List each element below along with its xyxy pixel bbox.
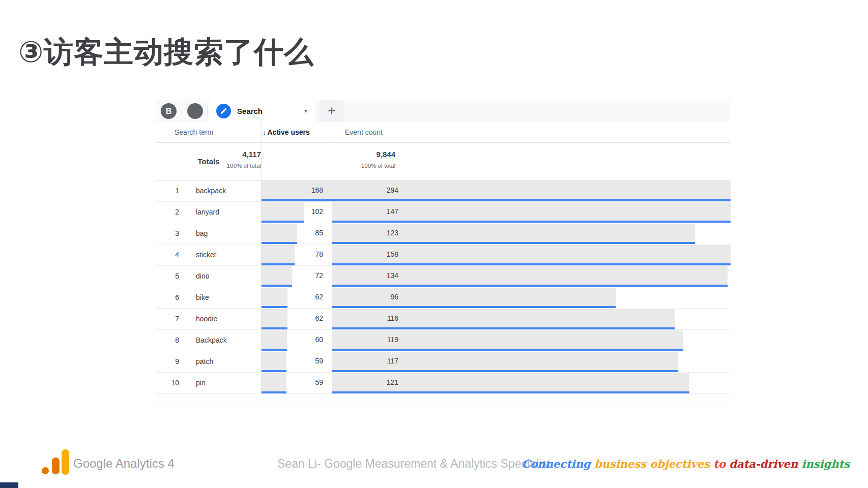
column-header-search-term[interactable]: Search term — [175, 122, 213, 142]
active-users-bar — [262, 202, 304, 221]
tagline-segment: business objectives — [594, 458, 713, 470]
logo-dot — [42, 467, 49, 474]
row-rank: 2 — [156, 202, 179, 223]
active-users-cell: 85 — [261, 223, 332, 244]
active-users-cell: 62 — [261, 309, 332, 329]
brand-text: Google Analytics 4 — [73, 456, 175, 471]
active-users-value: 102 — [311, 202, 323, 221]
chevron-down-icon[interactable]: ▾ — [304, 100, 307, 122]
event-count-cell: 96 — [332, 287, 731, 308]
event-count-cell: 119 — [332, 330, 731, 351]
active-users-cell: 72 — [261, 266, 332, 287]
tab-separator — [183, 105, 183, 117]
active-users-bar — [262, 266, 292, 285]
tab-b-button[interactable]: B — [161, 103, 177, 119]
event-count-value: 134 — [332, 266, 398, 285]
table-row[interactable]: 1backpack168294 — [156, 180, 730, 202]
row-rank: 6 — [156, 287, 179, 308]
event-count-value: 96 — [332, 287, 398, 307]
column-header-active-users[interactable]: ↓Active users — [263, 122, 310, 143]
active-users-bar — [262, 309, 287, 327]
active-users-cell: 168 — [261, 180, 332, 201]
row-term: Backpack — [196, 330, 227, 351]
plus-icon: + — [328, 103, 336, 119]
tagline-segment: insights — [801, 458, 850, 470]
active-users-value: 85 — [315, 223, 323, 242]
corner-accent — [0, 482, 18, 488]
table-row[interactable]: 8Backpack60119 — [156, 330, 730, 351]
row-term: pin — [196, 373, 206, 393]
row-rank: 10 — [156, 373, 179, 393]
event-count-cell: 121 — [332, 373, 731, 393]
event-count-value: 117 — [332, 351, 398, 371]
event-count-cell: 158 — [332, 245, 731, 265]
totals-event-count-share: 100% of total — [332, 163, 395, 169]
tagline-segment: to — [713, 458, 729, 470]
edit-icon — [216, 104, 231, 118]
tagline-segment: data-driven — [729, 458, 801, 470]
tab-separator — [207, 105, 208, 117]
tab-circle-button[interactable] — [187, 103, 203, 119]
totals-event-count-value: 9,844 — [332, 150, 395, 159]
active-users-value: 168 — [311, 180, 323, 200]
totals-row: Totals 4,117 100% of total 9,844 100% of… — [156, 142, 730, 181]
active-users-bar — [262, 245, 295, 263]
table-header: Search term ↓Active users Event count — [156, 122, 730, 143]
active-users-value: 72 — [315, 266, 323, 285]
table-row[interactable]: 9patch59117 — [156, 351, 730, 373]
row-term: bike — [196, 287, 209, 308]
credit-text: Sean Li- Google Measurement & Analytics … — [277, 457, 551, 471]
active-users-value: 59 — [315, 373, 323, 392]
totals-event-count: 9,844 100% of total — [332, 150, 395, 169]
table-row[interactable]: 7hoodie62116 — [156, 309, 730, 330]
event-count-value: 294 — [332, 180, 398, 200]
event-count-value: 158 — [332, 245, 398, 264]
event-count-value: 121 — [332, 373, 398, 392]
row-rank: 3 — [156, 223, 179, 244]
active-users-cell: 62 — [261, 287, 332, 308]
table-row[interactable]: 4sticker78158 — [156, 245, 730, 266]
tab-strip: B Search ▾ + — [156, 100, 730, 122]
event-count-value: 116 — [332, 309, 398, 328]
event-count-cell: 134 — [332, 266, 731, 287]
event-count-cell: 123 — [332, 223, 731, 244]
table-rows: 1backpack1682942lanyard1021473bag851234s… — [156, 180, 730, 394]
row-rank: 7 — [156, 309, 179, 329]
active-users-bar — [262, 373, 286, 391]
active-users-bar — [262, 224, 297, 242]
row-term: lanyard — [196, 202, 219, 223]
active-users-cell: 59 — [261, 351, 332, 372]
row-term: sticker — [196, 245, 216, 265]
totals-active-users: 4,117 100% of total — [227, 150, 261, 169]
row-rank: 9 — [156, 351, 179, 372]
b-badge-icon: B — [166, 107, 172, 116]
table-row[interactable]: 2lanyard102147 — [156, 202, 730, 223]
column-header-event-count[interactable]: Event count — [345, 122, 383, 142]
page-title: ③访客主动搜索了什么 — [18, 33, 314, 72]
event-count-value: 123 — [332, 223, 398, 242]
row-term: bag — [196, 223, 208, 244]
event-count-value: 119 — [332, 330, 398, 349]
active-users-cell: 59 — [261, 373, 332, 393]
event-count-cell: 117 — [332, 351, 731, 372]
totals-active-users-value: 4,117 — [227, 150, 261, 159]
add-tab-button[interactable]: + — [320, 100, 344, 122]
row-rank: 5 — [156, 266, 179, 287]
table-row[interactable]: 6bike6296 — [156, 287, 730, 309]
event-count-cell: 147 — [332, 202, 731, 223]
sort-descending-icon: ↓ — [263, 129, 266, 136]
logo-tall-bar — [62, 449, 69, 475]
active-users-cell: 60 — [261, 330, 332, 351]
table-row[interactable]: 10pin59121 — [156, 373, 730, 394]
row-term: hoodie — [196, 309, 217, 329]
tab-search[interactable]: Search ▾ — [209, 100, 315, 122]
row-term: backpack — [196, 180, 226, 201]
event-count-value: 147 — [332, 202, 398, 221]
footer: Google Analytics 4 Sean Li- Google Measu… — [0, 445, 868, 481]
tagline-segment: Connecting — [522, 458, 594, 470]
active-users-bar — [262, 352, 286, 370]
ga4-exploration-embed: B Search ▾ + Search term ↓Active users E… — [151, 92, 730, 403]
slide: ③访客主动搜索了什么 B Search ▾ + Search term — [0, 0, 868, 488]
table-row[interactable]: 5dino72134 — [156, 266, 730, 287]
table-row[interactable]: 3bag85123 — [156, 223, 730, 245]
